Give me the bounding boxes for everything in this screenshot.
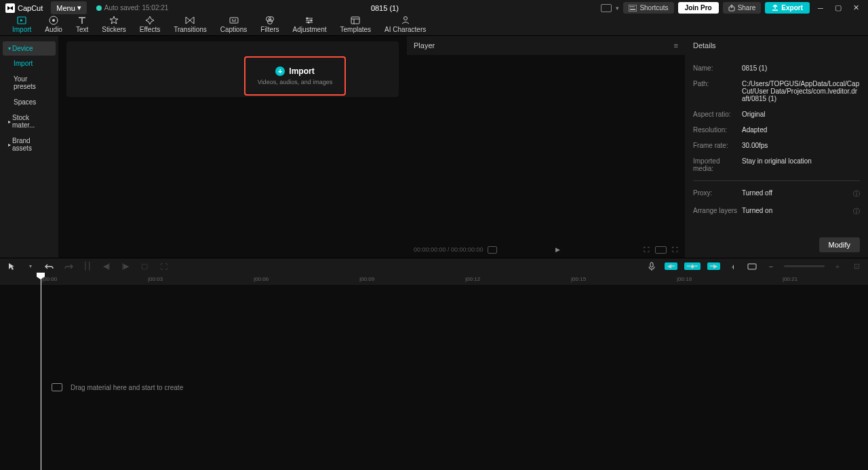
details-panel: Details Name: 0815 (1) Path: C:/Users/TO… [685,36,868,258]
delete-right-button[interactable]: |▶ [119,260,132,273]
sidebar-item-import[interactable]: Import [0,56,58,71]
sidebar-item-brand[interactable]: ▸ Brand assets [0,133,58,156]
menu-button[interactable]: Menu ▾ [51,1,87,14]
capcut-logo-icon [5,3,15,13]
tool-tab-text[interactable]: Text [69,14,95,35]
chevron-down-icon[interactable]: ▾ [616,5,619,12]
import-sidebar: ▾ Device Import Your presets Spaces ▸ St… [0,36,58,258]
detail-row-arrange: Arrange layers Turned on ⓘ [693,203,860,220]
ruler-mark: |00:03 [148,276,163,282]
logo-text: CapCut [18,4,43,12]
import-panel: + Import Videos, audios, and images [58,36,407,258]
detail-row-proxy: Proxy: Turned off ⓘ [693,185,860,203]
delete-button[interactable]: ▢ [138,260,151,273]
tool-tab-stickers[interactable]: Stickers [95,14,133,35]
timeline-ruler[interactable]: |00:00 |00:03 |00:06 |00:09 |00:12 |00:1… [0,274,868,285]
keyboard-icon [629,5,637,12]
selection-tool-icon[interactable] [5,260,18,273]
player-menu-icon[interactable]: ≡ [674,41,678,50]
details-title: Details [685,36,868,55]
detail-row-name: Name: 0815 (1) [693,60,860,76]
playhead-marker[interactable] [41,274,41,285]
effects-icon [144,16,155,25]
close-button[interactable]: ✕ [849,1,863,15]
split-button[interactable]: ⎮⎮ [81,260,94,273]
align-icon[interactable]: ⫞ [727,260,739,273]
import-box[interactable]: + Import Videos, audios, and images [244,56,346,96]
sidebar-item-device[interactable]: ▾ Device [3,41,56,56]
import-box-subtitle: Videos, audios, and images [258,79,332,85]
sidebar-item-spaces[interactable]: Spaces [0,94,58,110]
play-button[interactable]: ▶ [555,246,560,253]
zoom-slider[interactable] [784,265,825,267]
fullscreen-icon[interactable]: ⛶ [672,246,678,253]
svg-point-15 [311,20,313,22]
magnet-right-icon[interactable]: ━▶ [707,262,720,270]
undo-button[interactable] [43,260,56,273]
adjustment-icon [304,16,315,25]
share-button[interactable]: Share [723,2,762,14]
tool-tab-captions[interactable]: Captions [214,14,254,35]
share-icon [728,5,735,12]
fit-icon[interactable]: ⊡ [850,260,863,273]
player-controls: 00:00:00:00 / 00:00:00:00 ▶ ⛶ ⛶ [407,241,685,258]
maximize-button[interactable]: ▢ [831,1,845,15]
export-icon [772,5,778,12]
crop-button[interactable]: ⛶ [157,260,170,273]
shortcuts-button[interactable]: Shortcuts [623,2,673,14]
layout-icon[interactable] [601,4,612,12]
svg-rect-19 [650,262,653,267]
zoom-in-icon[interactable]: + [831,260,844,273]
mic-icon[interactable] [646,260,658,273]
svg-rect-3 [632,6,633,7]
tool-tab-effects[interactable]: Effects [133,14,167,35]
join-pro-button[interactable]: Join Pro [678,2,719,14]
ruler-mark: |00:09 [359,276,374,282]
ratio-selector[interactable] [655,246,667,254]
tool-tab-filters[interactable]: Filters [254,14,285,35]
modify-button[interactable]: Modify [819,237,860,252]
info-icon[interactable]: ⓘ [853,207,860,216]
minimize-button[interactable]: ─ [814,1,827,15]
import-icon [16,16,27,25]
chevron-right-icon: ▸ [8,142,11,148]
tool-tab-adjustment[interactable]: Adjustment [285,14,333,35]
svg-rect-2 [630,6,631,7]
zoom-out-icon[interactable]: − [765,260,777,273]
detail-row-path: Path: C:/Users/TOPGUS/AppData/Local/CapC… [693,76,860,106]
tool-tab-transitions[interactable]: Transitions [167,14,214,35]
export-button[interactable]: Export [765,2,810,14]
tool-tab-templates[interactable]: Templates [334,14,378,35]
timeline-toolbar: ▾ ⎮⎮ ◀| |▶ ▢ ⛶ ◀━ ━◆━ ━▶ ⫞ − + ⊡ [0,258,868,274]
magnet-left-icon[interactable]: ◀━ [665,262,677,270]
detail-row-framerate: Frame rate: 30.00fps [693,138,860,153]
preview-icon[interactable] [746,260,758,273]
sidebar-item-presets[interactable]: Your presets [0,71,58,94]
title-bar-right: ▾ Shortcuts Join Pro Share Export ─ ▢ ✕ [601,1,863,15]
media-placeholder-icon [52,383,62,391]
svg-point-14 [307,18,309,20]
main-content-row: ▾ Device Import Your presets Spaces ▸ St… [0,36,868,258]
redo-button[interactable] [62,260,75,273]
player-canvas[interactable] [407,55,685,241]
sidebar-item-stock[interactable]: ▸ Stock mater... [0,110,58,133]
crop-icon[interactable]: ⛶ [644,246,650,253]
chevron-down-icon: ▾ [8,45,11,52]
timeline-tracks[interactable]: Drag material here and start to create [0,285,868,470]
magnet-center-icon[interactable]: ━◆━ [684,262,701,270]
tool-tab-audio[interactable]: Audio [38,14,69,35]
svg-point-18 [403,17,407,20]
playhead-line[interactable] [41,285,41,470]
tool-tab-import[interactable]: Import [5,14,38,35]
info-icon[interactable]: ⓘ [853,189,860,199]
delete-left-button[interactable]: ◀| [100,260,113,273]
transitions-icon [184,16,195,25]
import-drop-zone[interactable] [66,41,399,97]
app-logo: CapCut [5,3,43,13]
ruler-mark: |00:06 [254,276,269,282]
selection-dropdown-icon[interactable]: ▾ [24,260,37,273]
captions-icon [229,16,239,25]
filters-icon [264,16,275,25]
tool-tab-ai-characters[interactable]: AI Characters [378,14,433,35]
player-quality-badge[interactable] [488,246,497,254]
